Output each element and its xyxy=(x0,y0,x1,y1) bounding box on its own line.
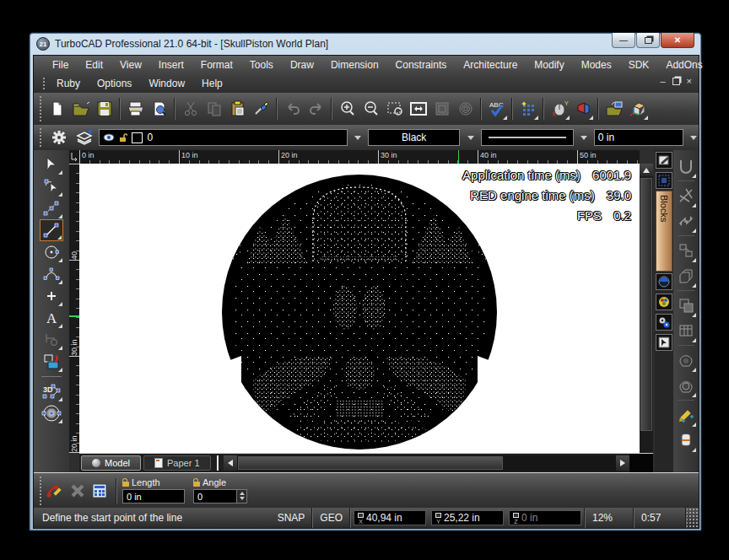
select-tool[interactable] xyxy=(40,153,63,175)
block-select-icon[interactable] xyxy=(656,172,672,189)
angle-spinner[interactable] xyxy=(237,489,247,503)
revolve-tool[interactable] xyxy=(675,428,697,453)
vertical-scroll-thumb[interactable] xyxy=(640,178,652,431)
protractor-icon[interactable] xyxy=(45,480,67,502)
save-icon[interactable] xyxy=(93,97,116,121)
zoom-in-icon[interactable] xyxy=(336,97,359,121)
menu-ruby[interactable]: Ruby xyxy=(48,76,89,91)
tab-paper1[interactable]: Paper 1 xyxy=(143,455,211,471)
menu-modes[interactable]: Modes xyxy=(573,57,620,73)
vertical-ruler[interactable]: 4030 in20 in10 in xyxy=(69,164,79,453)
linestyle-dropdown-arrow[interactable] xyxy=(579,129,589,146)
blocks-palette-tab[interactable]: Blocks xyxy=(656,191,672,272)
previous-view-icon[interactable] xyxy=(430,97,453,121)
print-icon[interactable] xyxy=(124,97,147,121)
layer-dropdown-arrow[interactable] xyxy=(353,129,363,146)
vertical-scrollbar[interactable] xyxy=(640,164,653,453)
sweep-tool[interactable] xyxy=(675,373,697,398)
scroll-up-icon[interactable] xyxy=(640,164,653,176)
color-dropdown-arrow[interactable] xyxy=(465,129,475,146)
inspector-grip[interactable] xyxy=(39,476,43,505)
zoom-out-icon[interactable] xyxy=(359,97,382,121)
angle-input[interactable]: 0 xyxy=(193,489,237,503)
menu-architecture[interactable]: Architecture xyxy=(455,57,526,73)
calculator-table-icon[interactable] xyxy=(89,480,111,502)
3d-polyline-tool[interactable]: 3D xyxy=(40,380,63,402)
snap-toggle[interactable]: SNAP xyxy=(271,512,312,524)
menu-view[interactable]: View xyxy=(111,57,150,73)
mdi-restore-icon[interactable] xyxy=(672,78,680,85)
arc-tool[interactable] xyxy=(40,263,63,285)
menu-addons[interactable]: AddOns xyxy=(657,57,710,73)
color-palette-icon[interactable] xyxy=(656,293,672,310)
drawing-canvas[interactable]: Application time (ms)6001.9 RED engine t… xyxy=(79,164,640,453)
zoom-extents-icon[interactable] xyxy=(407,97,429,121)
delete-disabled-icon[interactable] xyxy=(67,480,89,502)
print-preview-icon[interactable] xyxy=(148,97,170,121)
paste-icon[interactable] xyxy=(226,97,249,121)
zoom-window-icon[interactable] xyxy=(383,97,406,121)
linewidth-combo[interactable]: 0 in xyxy=(594,129,683,146)
menu-draw[interactable]: Draw xyxy=(282,57,322,73)
restore-button[interactable] xyxy=(636,33,660,48)
menu-format[interactable]: Format xyxy=(192,57,241,73)
facet-table-tool[interactable] xyxy=(675,318,697,343)
menu-sdk[interactable]: SDK xyxy=(620,57,658,73)
length-lock-icon[interactable] xyxy=(122,482,129,487)
text-tool[interactable]: A xyxy=(40,307,63,329)
linewidth-dropdown-arrow[interactable] xyxy=(688,129,699,146)
snap-grid-icon[interactable] xyxy=(516,97,539,121)
cut-icon[interactable] xyxy=(179,97,202,121)
toolbar-grip[interactable] xyxy=(39,95,43,122)
workplane-cube-icon[interactable] xyxy=(626,97,649,121)
chamfer-tool[interactable] xyxy=(675,183,697,208)
resize-grip[interactable] xyxy=(687,508,699,528)
edit-pencil-tool[interactable] xyxy=(675,402,697,428)
redo-icon[interactable] xyxy=(305,97,327,121)
geo-toggle[interactable]: GEO xyxy=(313,512,349,524)
polyline-tool[interactable] xyxy=(40,197,63,219)
mdi-close-icon[interactable]: × xyxy=(687,76,692,86)
scroll-left-icon[interactable] xyxy=(224,455,237,471)
spinner-up-icon[interactable] xyxy=(240,489,245,495)
selector-panel-icon[interactable] xyxy=(656,334,672,351)
angle-lock-icon[interactable] xyxy=(193,482,200,487)
menu-file[interactable]: File xyxy=(44,57,77,73)
menubar-grip-2[interactable] xyxy=(42,77,46,90)
menu-modify[interactable]: Modify xyxy=(526,57,572,73)
render-globe-icon[interactable] xyxy=(656,273,672,290)
gear-icon[interactable] xyxy=(49,126,69,149)
fillet-tool[interactable] xyxy=(675,153,697,179)
pick-fill-tool[interactable] xyxy=(40,351,63,373)
circle-tool[interactable] xyxy=(40,241,63,263)
horizontal-ruler[interactable]: 0 in10 in20 in30 in40 in50 in xyxy=(79,150,640,164)
mirror-tool[interactable] xyxy=(675,208,697,234)
open-image-icon[interactable] xyxy=(602,97,625,121)
layer-combo[interactable]: 0 xyxy=(99,129,347,146)
edit-node-tool[interactable] xyxy=(40,175,63,197)
aerial-view-icon[interactable] xyxy=(454,97,477,121)
minimize-button[interactable]: — xyxy=(612,33,635,48)
notebook-pen-icon[interactable] xyxy=(656,152,672,169)
spell-check-icon[interactable]: ABC xyxy=(485,97,508,121)
title-bar[interactable]: 21 TurboCAD Professional 21.0 64-bit - [… xyxy=(30,33,701,55)
copy-entities-tool[interactable] xyxy=(675,238,697,263)
length-input[interactable]: 0 in xyxy=(122,489,185,503)
menu-window[interactable]: Window xyxy=(140,76,193,91)
gears-icon[interactable] xyxy=(656,314,672,331)
point-tool[interactable] xyxy=(40,285,63,307)
color-combo[interactable]: Black xyxy=(368,129,460,146)
camera-view-icon[interactable] xyxy=(571,97,594,121)
horizontal-scroll-thumb[interactable] xyxy=(238,456,504,470)
new-file-icon[interactable] xyxy=(46,97,68,121)
close-button[interactable]: ✕ xyxy=(661,33,694,48)
layers-icon[interactable] xyxy=(74,126,94,149)
y-coordinate-field[interactable]: Y 25,22 in xyxy=(431,510,504,525)
menu-tools[interactable]: Tools xyxy=(241,57,282,73)
horizontal-scrollbar[interactable] xyxy=(224,455,630,471)
z-coordinate-field[interactable]: Z 0 in xyxy=(509,510,581,525)
propbar-grip[interactable] xyxy=(39,127,42,148)
menu-constraints[interactable]: Constraints xyxy=(387,57,456,73)
ruler-origin-corner[interactable] xyxy=(69,150,79,164)
coordinate-mouse-icon[interactable]: YX xyxy=(548,97,570,121)
